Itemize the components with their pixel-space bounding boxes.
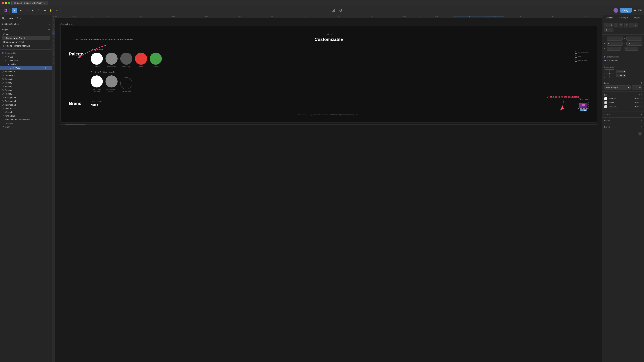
scroll-thumb-h[interactable] (66, 124, 86, 125)
chain-icon-wrap[interactable]: 32 × 16 (112, 102, 588, 109)
layer-secondary-1[interactable]: Secondary (0, 70, 52, 73)
h-input[interactable] (626, 41, 642, 45)
rotation-input[interactable] (607, 46, 620, 51)
shape-tool[interactable]: □ (24, 8, 29, 13)
fill-swatch-2[interactable] (604, 101, 607, 104)
comment-tool[interactable]: ○ (54, 8, 60, 13)
distribute-h-btn[interactable]: ⇔ (634, 23, 638, 27)
tab-layers[interactable]: Layers (8, 16, 14, 20)
figma-menu-btn[interactable] (3, 8, 8, 13)
design-frame[interactable]: nabla Customizable Palette Components (60, 26, 597, 122)
chain-icon-container[interactable]: 32 × 16 (578, 102, 588, 109)
fill-title: Fill (604, 94, 606, 96)
tab-close[interactable]: ✕ (44, 2, 46, 4)
layer-primary-4[interactable]: Primary (0, 92, 52, 96)
play-button[interactable]: ▶ (634, 8, 636, 12)
more-align-btn[interactable]: … (609, 28, 614, 32)
pen-tool[interactable]: ✒ (30, 8, 36, 13)
scroll-bar-h[interactable] (60, 124, 597, 125)
prototype-btn[interactable] (331, 8, 336, 13)
layer-nabla-text-label: Nabla (8, 56, 13, 58)
corner-input[interactable] (624, 46, 638, 51)
text-tool[interactable]: T (36, 8, 42, 13)
fill-eye-2[interactable]: 👁 (640, 102, 642, 104)
layer-chain-name[interactable]: T Chain Name (0, 114, 52, 118)
layer-expand-btn[interactable]: ⊞ (640, 82, 642, 84)
fill-add-btn[interactable]: + (641, 94, 642, 96)
layer-error[interactable]: T error (0, 125, 52, 129)
browser-more[interactable]: ... (639, 1, 642, 4)
fill-eye-1[interactable]: 👁 (640, 97, 642, 100)
hand-tool[interactable]: ✋ (48, 8, 54, 13)
layer-primary-1[interactable]: Primary (0, 81, 52, 85)
layer-nabla-component[interactable]: ◆ Nabla (0, 62, 52, 66)
add-page-button[interactable]: + (48, 28, 50, 31)
layer-intermediate-1[interactable]: Intermediate (0, 103, 52, 107)
layer-intermediate-2[interactable]: Intermediate (0, 107, 52, 110)
layer-success[interactable]: T success (0, 121, 52, 125)
constraint-v-select[interactable]: ↕ Scale ▾ (616, 74, 626, 77)
layer-primary-2[interactable]: Primary (0, 85, 52, 88)
layer-secondary-2[interactable]: Secondary (0, 73, 52, 77)
tab-inspect[interactable]: Inspect (630, 15, 644, 21)
align-right-btn[interactable]: ⊣ (614, 23, 618, 27)
page-documentation[interactable]: Documentation Asset (2, 40, 50, 44)
zoom-label[interactable]: 63% (638, 9, 642, 11)
align-left-btn[interactable]: ⊢ (604, 23, 608, 27)
page-frontend[interactable]: Frontend Platform Interface (2, 44, 50, 48)
layer-frontend-platform[interactable]: T Frontend Platform Interface (0, 118, 52, 121)
add-tab[interactable]: + (50, 1, 52, 4)
layer-chain-icon[interactable]: ◆ Chain Icon (0, 59, 52, 62)
more-options-btn[interactable]: ... (640, 46, 642, 51)
dot-green[interactable] (8, 2, 10, 4)
fill-swatch-3[interactable] (604, 105, 607, 108)
component-sheet-label[interactable]: Components Sheet ▾ (0, 22, 52, 26)
layer-secondary-3[interactable]: Secondary (0, 77, 52, 81)
dot-yellow[interactable] (5, 2, 7, 4)
select-tool[interactable]: ↖ (12, 8, 17, 13)
dot-red[interactable] (2, 2, 4, 4)
align-top-btn[interactable]: ⊤ (619, 23, 623, 27)
share-button[interactable]: Design (620, 8, 632, 12)
x-input[interactable] (607, 36, 622, 40)
frame-tool[interactable]: ⊞ (18, 8, 23, 13)
layer-background-2[interactable]: Background (0, 99, 52, 103)
stroke-add-btn[interactable]: + (641, 113, 642, 115)
search-icon[interactable]: 🔍 (2, 17, 5, 19)
brand-content: Chain Name Nabla Chain Icon (91, 98, 588, 109)
effects-add-btn[interactable]: + (641, 120, 642, 122)
layer-vector[interactable]: ▶ ⬡ Vector 🔒 👁 (0, 66, 52, 70)
opacity-input[interactable] (632, 85, 642, 89)
distribute-v-btn[interactable]: ⇕ (604, 28, 608, 32)
layer-background-1[interactable]: Background (0, 96, 52, 99)
eye-icon[interactable]: 👁 (48, 67, 50, 69)
canvas-scroll-area[interactable]: Customizable nabla Customizable Palette (55, 18, 602, 362)
theme-btn[interactable] (338, 8, 344, 13)
align-center-h-btn[interactable]: ⊣⊢ (609, 23, 614, 27)
tab-assets[interactable]: Assets (17, 16, 23, 20)
browser-tab[interactable]: nabla - Outpost UI Kit (Copy) ✕ (12, 1, 48, 5)
help-button[interactable]: ? (638, 132, 642, 136)
fill-eye-3[interactable]: 👁 (640, 106, 642, 108)
export-add-btn[interactable]: + (641, 126, 642, 128)
tab-design[interactable]: Design (602, 15, 616, 21)
layer-nabla-text[interactable]: T Nabla (0, 55, 52, 59)
ruler-mark: -200 (388, 15, 420, 17)
layer-chain-icon-text[interactable]: T Chain Icon (0, 110, 52, 114)
w-input[interactable] (607, 41, 622, 45)
page-cover[interactable]: Cover (2, 32, 50, 36)
layer-secondary-1-label: Secondary (5, 70, 14, 73)
fill-layout-btn[interactable]: ⊞ (639, 94, 640, 96)
blend-mode-select[interactable]: Pass through ▾ (604, 85, 630, 89)
align-center-v-btn[interactable]: ⊥⊤ (624, 23, 628, 27)
y-input[interactable] (626, 36, 642, 40)
align-bottom-btn[interactable]: ⊥ (628, 23, 633, 27)
constraint-h-select[interactable]: ↔ Scale ▾ (616, 70, 626, 73)
fill-swatch-1[interactable] (604, 97, 607, 100)
page-components-sheet[interactable]: ✓ Components Sheet (2, 36, 50, 40)
brand-section: Brand Chain Name Nabla Chain Icon (69, 98, 588, 109)
component-tool[interactable]: ❖ (42, 8, 48, 13)
layer-primary-3[interactable]: Primary (0, 88, 52, 92)
layer-primary-4-label: Primary (5, 93, 12, 95)
tab-prototype[interactable]: Prototype (616, 15, 630, 21)
